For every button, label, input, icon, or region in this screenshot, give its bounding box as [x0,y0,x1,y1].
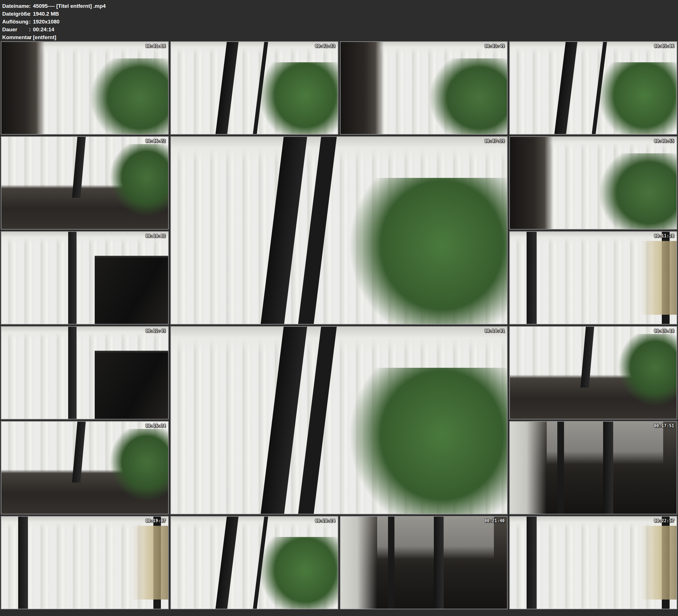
file-metadata-header: Dateiname : 45095---- [Titel entfernt] .… [0,0,678,41]
separator: : [28,10,32,18]
video-thumbnail-placeholder: 00:06:22 [1,136,169,230]
timestamp-overlay: 00:19:07 [146,518,166,523]
timestamp-overlay: 00:07:39 [484,139,504,144]
timestamp-overlay: 00:02:33 [315,44,335,49]
timestamp-overlay: 00:21:40 [484,518,504,523]
video-thumbnail-placeholder: 00:10:12 [1,231,169,324]
video-thumbnail-placeholder: 00:05:06 [509,41,677,134]
video-thumbnail-placeholder: 00:01:16 [1,41,169,134]
video-thumbnail-placeholder: 00:19:07 [1,516,169,609]
timestamp-overlay: 00:01:16 [146,44,166,49]
comment-label: Kommentar [2,34,28,41]
timestamp-overlay: 00:06:22 [146,139,166,144]
video-thumbnail-placeholder: 00:17:51 [509,421,677,514]
video-thumbnail-placeholder: 00:16:34 [1,421,169,514]
video-thumbnail-placeholder-large: 00:14:01 [171,326,508,514]
separator: : [28,34,32,41]
video-thumbnail-placeholder: 00:12:45 [1,326,169,419]
timestamp-overlay: 00:15:18 [654,329,674,334]
timestamp-overlay: 00:11:28 [654,233,674,238]
separator: : [28,18,32,26]
filesize-label: Dateigröße [2,10,28,18]
video-thumbnail-placeholder: 00:02:33 [171,41,338,134]
comment-value: [entfernt] [33,34,56,41]
video-thumbnail-placeholder: 00:20:24 [171,516,338,609]
timestamp-overlay: 00:05:06 [654,44,674,49]
duration-value: 00:24:14 [33,26,54,34]
video-thumbnail-placeholder: 00:21:40 [340,516,508,609]
resolution-value: 1920x1080 [33,18,60,26]
metadata-row-duration: Dauer : 00:24:14 [2,26,678,34]
video-thumbnail-placeholder: 00:15:18 [509,326,677,419]
separator: : [28,26,32,34]
timestamp-overlay: 00:17:51 [654,423,674,428]
video-thumbnail-placeholder: 00:11:28 [509,231,677,324]
filename-value: 45095---- [Titel entfernt] .mp4 [33,2,106,10]
thumbnail-contact-sheet: 00:01:16 00:02:33 00:03:49 00:05:06 00:0… [0,41,678,610]
metadata-row-resolution: Auflösung : 1920x1080 [2,18,678,26]
metadata-row-comment: Kommentar : [entfernt] [2,34,678,41]
duration-label: Dauer [2,26,28,34]
timestamp-overlay: 00:08:55 [654,139,674,144]
timestamp-overlay: 00:14:01 [484,329,504,334]
timestamp-overlay: 00:12:45 [146,329,166,334]
filesize-value: 1940.2 MB [33,10,59,18]
timestamp-overlay: 00:22:57 [654,518,674,523]
video-thumbnail-placeholder: 00:08:55 [509,136,677,230]
filename-label: Dateiname [2,2,28,10]
video-thumbnail-placeholder: 00:03:49 [340,41,508,134]
separator: : [28,2,32,10]
timestamp-overlay: 00:16:34 [146,423,166,428]
timestamp-overlay: 00:20:24 [315,518,335,523]
resolution-label: Auflösung [2,18,28,26]
timestamp-overlay: 00:10:12 [146,233,166,238]
video-thumbnail-placeholder-large: 00:07:39 [171,136,508,324]
metadata-row-filename: Dateiname : 45095---- [Titel entfernt] .… [2,2,678,10]
timestamp-overlay: 00:03:49 [484,44,504,49]
video-thumbnail-placeholder: 00:22:57 [509,516,677,609]
metadata-row-filesize: Dateigröße : 1940.2 MB [2,10,678,18]
